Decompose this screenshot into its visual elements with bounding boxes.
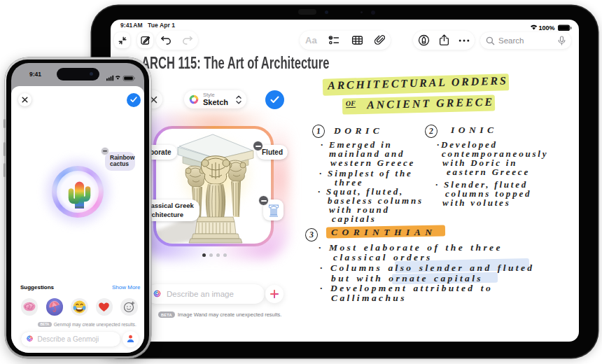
svg-text:100%: 100% [539, 24, 555, 31]
